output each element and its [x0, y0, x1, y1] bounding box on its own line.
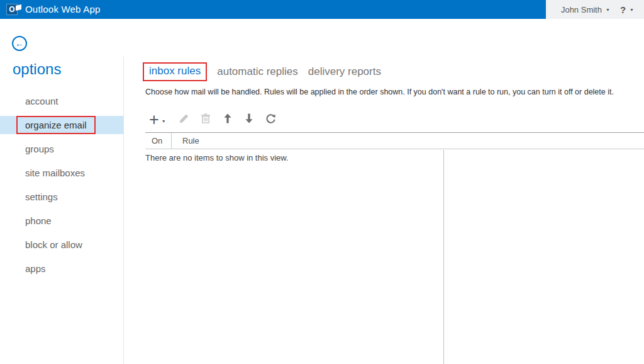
- app-title: Outlook Web App: [25, 0, 100, 19]
- sidebar-item-site-mailboxes[interactable]: site mailboxes: [0, 164, 123, 182]
- sidebar-item-phone[interactable]: phone: [0, 212, 123, 230]
- chevron-down-icon: ▼: [162, 119, 166, 123]
- help-button[interactable]: ?: [620, 4, 626, 15]
- owa-options-page: O Outlook Web App John Smith ▼ ? ▼ ← opt…: [0, 0, 644, 364]
- back-button[interactable]: ←: [12, 36, 27, 51]
- inbox-rules-description: Choose how mail will be handled. Rules w…: [145, 88, 614, 96]
- tab-inbox-rules[interactable]: inbox rules: [143, 62, 207, 81]
- edit-rule-button[interactable]: [179, 113, 189, 127]
- delete-rule-button[interactable]: [201, 113, 210, 126]
- rules-toolbar: + ▼: [149, 111, 276, 128]
- sidebar-item-block-or-allow[interactable]: block or allow: [0, 236, 123, 254]
- refresh-icon: [265, 113, 276, 127]
- page-title: options: [13, 60, 61, 78]
- sidebar-item-settings[interactable]: settings: [0, 188, 123, 206]
- plus-icon: +: [149, 111, 159, 128]
- pane-divider: [443, 150, 444, 364]
- sidebar-item-account[interactable]: account: [0, 92, 123, 110]
- move-down-button[interactable]: [245, 113, 253, 126]
- move-up-button[interactable]: [223, 113, 232, 126]
- annotation-box: organize email: [16, 116, 96, 134]
- pencil-icon: [179, 113, 189, 127]
- empty-list-message: There are no items to show in this view.: [145, 153, 289, 162]
- column-header-rule[interactable]: Rule: [172, 133, 644, 149]
- sidebar-divider: [123, 57, 124, 364]
- sidebar-item-organize-email[interactable]: organize email: [0, 116, 123, 134]
- arrow-up-icon: [223, 113, 232, 126]
- arrow-down-icon: [245, 113, 253, 126]
- back-arrow-icon: ←: [15, 39, 24, 48]
- sidebar-item-apps[interactable]: apps: [0, 259, 123, 278]
- chevron-down-icon[interactable]: ▼: [630, 8, 634, 12]
- options-sidebar: account organize email groups site mailb…: [0, 92, 123, 283]
- outlook-logo-icon: O: [6, 3, 21, 16]
- sidebar-item-groups[interactable]: groups: [0, 140, 123, 158]
- new-rule-button[interactable]: + ▼: [149, 111, 166, 128]
- options-tabs: inbox rules automatic replies delivery r…: [143, 62, 381, 81]
- user-area: John Smith ▼ ? ▼: [546, 0, 644, 19]
- logo-letter: O: [9, 5, 14, 14]
- column-header-on[interactable]: On: [145, 133, 172, 149]
- rules-table-header: On Rule: [145, 132, 644, 149]
- sidebar-item-label: organize email: [25, 120, 87, 130]
- tab-delivery-reports[interactable]: delivery reports: [308, 65, 381, 78]
- refresh-button[interactable]: [265, 113, 276, 127]
- trash-icon: [201, 113, 210, 126]
- tab-automatic-replies[interactable]: automatic replies: [217, 65, 298, 78]
- topbar: O Outlook Web App John Smith ▼ ? ▼: [0, 0, 644, 19]
- user-menu-button[interactable]: John Smith: [561, 5, 602, 14]
- chevron-down-icon[interactable]: ▼: [606, 8, 610, 12]
